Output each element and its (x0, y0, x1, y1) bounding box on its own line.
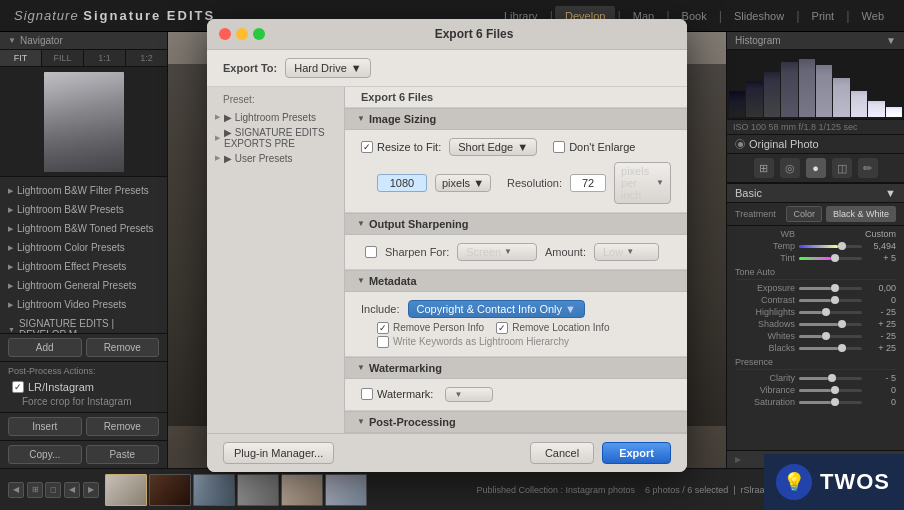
remove2-button[interactable]: Remove (86, 417, 160, 436)
contrast-handle[interactable] (831, 296, 839, 304)
preset-group-signature-header[interactable]: ▼ SIGNATURE EDITS | DEVELOP M (8, 316, 159, 333)
temp-handle[interactable] (838, 242, 846, 250)
nav-tab-1to2[interactable]: 1:2 (126, 50, 167, 66)
paste-button[interactable]: Paste (86, 445, 160, 464)
ppi-dropdown[interactable]: pixels per inch ▼ (614, 162, 671, 204)
export-to-dropdown[interactable]: Hard Drive ▼ (285, 58, 370, 78)
sharpen-checkbox[interactable] (365, 246, 377, 258)
dont-enlarge-check[interactable]: Don't Enlarge (553, 141, 635, 153)
resize-checkbox[interactable] (361, 141, 373, 153)
remove-location-checkbox[interactable] (496, 322, 508, 334)
nav-tab-fit[interactable]: FIT (0, 50, 42, 66)
contrast-track[interactable] (799, 299, 862, 302)
nav-web[interactable]: Web (852, 6, 894, 26)
temp-track[interactable] (799, 245, 862, 248)
nav-tab-fill[interactable]: FILL (42, 50, 84, 66)
remove-person-check[interactable]: Remove Person Info (377, 322, 484, 334)
nav-slideshow[interactable]: Slideshow (724, 6, 794, 26)
output-sharpening-header[interactable]: ▼ Output Sharpening (345, 213, 687, 235)
nav-print[interactable]: Print (802, 6, 845, 26)
preset-group-effect-header[interactable]: ▶ Lightroom Effect Presets (8, 259, 159, 274)
write-keywords-checkbox[interactable] (377, 336, 389, 348)
color-button[interactable]: Color (786, 206, 822, 222)
cancel-button[interactable]: Cancel (530, 442, 594, 464)
pixel-input[interactable] (377, 174, 427, 192)
tint-handle[interactable] (831, 254, 839, 262)
filmstrip-thumb[interactable] (149, 474, 191, 506)
amount-dropdown[interactable]: Low ▼ (594, 243, 659, 261)
shadows-handle[interactable] (838, 320, 846, 328)
write-keywords-check[interactable]: Write Keywords as Lightroom Hierarchy (377, 336, 671, 348)
preset-group-color-header[interactable]: ▶ Lightroom Color Presets (8, 240, 159, 255)
remove-person-checkbox[interactable] (377, 322, 389, 334)
shadows-track[interactable] (799, 323, 862, 326)
unit-dropdown[interactable]: pixels ▼ (435, 174, 491, 192)
filmstrip-thumb[interactable] (281, 474, 323, 506)
preset-group-bw-toned-header[interactable]: ▶ Lightroom B&W Toned Presets (8, 221, 159, 236)
filmstrip-thumb[interactable] (237, 474, 279, 506)
back-frame-button[interactable]: ◀ (8, 482, 24, 498)
tint-track[interactable] (799, 257, 862, 260)
copy-button[interactable]: Copy... (8, 445, 82, 464)
vibrance-track[interactable] (799, 389, 862, 392)
sharpen-checkbox-label[interactable] (365, 246, 377, 258)
whites-handle[interactable] (822, 332, 830, 340)
grid-view-button[interactable]: ⊞ (27, 482, 43, 498)
loupe-view-button[interactable]: ◻ (45, 482, 61, 498)
post-processing-header[interactable]: ▼ Post-Processing (345, 411, 687, 433)
preset-group-user[interactable]: ▶ ▶ User Presets (215, 151, 336, 166)
exposure-track[interactable] (799, 287, 862, 290)
gradient-tool[interactable]: ◫ (832, 158, 852, 178)
preset-group-video-header[interactable]: ▶ Lightroom Video Presets (8, 297, 159, 312)
red-eye-tool[interactable]: ● (806, 158, 826, 178)
maximize-button[interactable] (253, 28, 265, 40)
close-button[interactable] (219, 28, 231, 40)
watermark-checkbox[interactable] (361, 388, 373, 400)
preset-group-bw-filter-header[interactable]: ▶ Lightroom B&W Filter Presets (8, 183, 159, 198)
watermark-dropdown[interactable]: ▼ (445, 387, 493, 402)
filmstrip-thumb[interactable] (193, 474, 235, 506)
vibrance-handle[interactable] (831, 386, 839, 394)
minimize-button[interactable] (236, 28, 248, 40)
auto-label[interactable]: Auto (757, 267, 776, 277)
sharpen-for-dropdown[interactable]: Screen ▼ (457, 243, 537, 261)
brush-tool[interactable]: ✏ (858, 158, 878, 178)
clarity-track[interactable] (799, 377, 862, 380)
highlights-handle[interactable] (822, 308, 830, 316)
crop-tool[interactable]: ⊞ (754, 158, 774, 178)
resize-to-fit-check[interactable]: Resize to Fit: (361, 141, 441, 153)
spot-tool[interactable]: ◎ (780, 158, 800, 178)
prev-button[interactable]: ◀ (64, 482, 80, 498)
remove-button[interactable]: Remove (86, 338, 160, 357)
remove-location-check[interactable]: Remove Location Info (496, 322, 609, 334)
preset-group-general-header[interactable]: ▶ Lightroom General Presets (8, 278, 159, 293)
watermark-checkbox-label[interactable]: Watermark: (361, 388, 433, 400)
preset-group-bw-header[interactable]: ▶ Lightroom B&W Presets (8, 202, 159, 217)
dont-enlarge-checkbox[interactable] (553, 141, 565, 153)
nav-tab-1to1[interactable]: 1:1 (84, 50, 126, 66)
insert-button[interactable]: Insert (8, 417, 82, 436)
add-button[interactable]: Add (8, 338, 82, 357)
saturation-handle[interactable] (831, 398, 839, 406)
original-photo-radio[interactable] (735, 139, 745, 149)
next-button[interactable]: ▶ (83, 482, 99, 498)
saturation-track[interactable] (799, 401, 862, 404)
blacks-handle[interactable] (838, 344, 846, 352)
filmstrip-thumb[interactable] (105, 474, 147, 506)
blacks-track[interactable] (799, 347, 862, 350)
watermarking-header[interactable]: ▼ Watermarking (345, 357, 687, 379)
preset-group-lightroom[interactable]: ▶ ▶ Lightroom Presets (215, 110, 336, 125)
resolution-input[interactable] (570, 174, 606, 192)
bw-button[interactable]: Black & White (826, 206, 896, 222)
clarity-handle[interactable] (828, 374, 836, 382)
export-button[interactable]: Export (602, 442, 671, 464)
filmstrip-thumb[interactable] (325, 474, 367, 506)
resize-fit-dropdown[interactable]: Short Edge ▼ (449, 138, 537, 156)
metadata-header[interactable]: ▼ Metadata (345, 270, 687, 292)
highlights-track[interactable] (799, 311, 862, 314)
plugin-manager-button[interactable]: Plug-in Manager... (223, 442, 334, 464)
whites-track[interactable] (799, 335, 862, 338)
preset-group-signature-exports[interactable]: ▶ ▶ SIGNATURE EDITS EXPORTS PRE (215, 125, 336, 151)
post-process-checkbox[interactable] (12, 381, 24, 393)
exposure-handle[interactable] (831, 284, 839, 292)
